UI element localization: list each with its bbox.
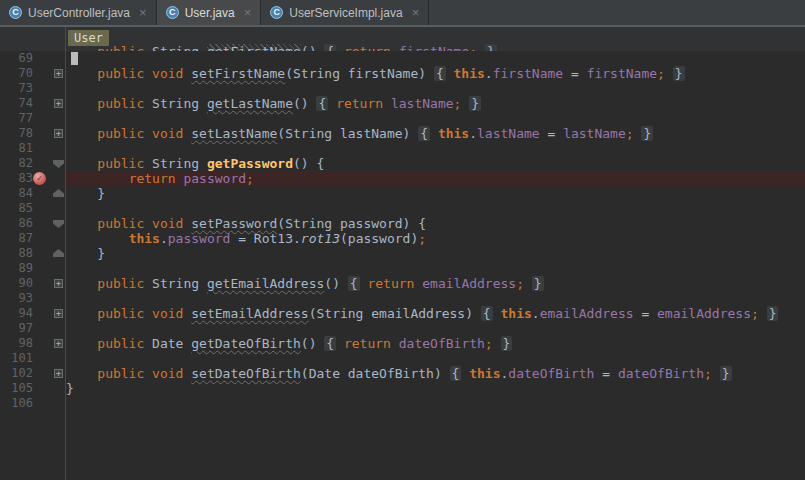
code-token: () (301, 336, 324, 351)
code-text[interactable]: public void setFirstName(String firstNam… (66, 66, 805, 81)
code-token: lastName (391, 96, 454, 111)
code-text[interactable]: public String getLastName() { return las… (66, 96, 805, 111)
breakpoint-verified-icon[interactable]: ✓ (33, 172, 46, 185)
fold-collapsed-icon[interactable]: + (54, 69, 63, 78)
code-text[interactable]: } (66, 381, 805, 396)
code-token: { (348, 276, 360, 291)
code-token (430, 126, 438, 141)
partial-code-line[interactable]: public String getFirstName() { return fi… (0, 44, 805, 51)
code-text[interactable]: public void setDateOfBirth(Date dateOfBi… (66, 366, 805, 381)
fold-collapsed-icon[interactable]: + (54, 99, 63, 108)
code-line-77: 77 (0, 111, 805, 126)
close-icon[interactable]: × (139, 6, 147, 19)
line-number: 89 (0, 261, 33, 276)
fold-collapsed-icon[interactable]: + (54, 279, 63, 288)
code-text[interactable]: public void setLastName(String lastName)… (66, 126, 805, 141)
gutter: 90+ (0, 276, 66, 291)
editor-tab-usercontroller-java[interactable]: CUserController.java× (0, 0, 157, 25)
line-number: 78 (0, 126, 33, 141)
line-number: 83 (0, 171, 33, 186)
gutter: 73 (0, 81, 66, 96)
breakpoint-slot[interactable] (33, 201, 53, 216)
fold-collapsed-icon[interactable]: + (54, 339, 63, 348)
code-text[interactable] (66, 111, 805, 126)
code-text[interactable] (66, 201, 805, 216)
fold-expanded-start-icon[interactable] (53, 220, 64, 228)
breakpoint-slot[interactable]: ✓ (33, 171, 53, 186)
breakpoint-slot[interactable] (33, 66, 53, 81)
code-token (66, 231, 129, 246)
code-token: { (481, 306, 493, 321)
breakpoint-slot[interactable] (33, 81, 53, 96)
code-token: String (144, 96, 207, 111)
close-icon[interactable]: × (244, 6, 252, 19)
code-token: firstName (493, 66, 563, 81)
editor-tab-user-java[interactable]: CUser.java× (157, 0, 262, 25)
gutter: 83✓ (0, 171, 66, 186)
fold-collapsed-icon[interactable]: + (54, 369, 63, 378)
code-text[interactable] (66, 291, 805, 306)
code-text[interactable]: return password; (66, 171, 805, 186)
breakpoint-slot[interactable] (33, 306, 53, 321)
breakpoint-slot[interactable] (33, 44, 53, 51)
line-number: 102 (0, 366, 33, 381)
code-text[interactable] (66, 351, 805, 366)
code-token: getEmailAddress (207, 276, 324, 291)
breakpoint-slot[interactable] (33, 96, 53, 111)
code-text[interactable]: public String getPassword() { (66, 156, 805, 171)
code-token (144, 306, 152, 321)
breakpoint-slot[interactable] (33, 336, 53, 351)
code-text[interactable]: public void setPassword(String password)… (66, 216, 805, 231)
code-token: = (594, 366, 617, 381)
code-token: . (160, 231, 168, 246)
breakpoint-slot[interactable] (33, 141, 53, 156)
code-text[interactable] (66, 321, 805, 336)
code-text[interactable]: public Date getDateOfBirth() { return da… (66, 336, 805, 351)
fold-expanded-end-icon[interactable] (53, 189, 64, 197)
text-caret (71, 52, 78, 65)
breakpoint-slot[interactable] (33, 321, 53, 336)
breakpoint-slot[interactable] (33, 366, 53, 381)
code-token: () (324, 276, 347, 291)
breakpoint-slot[interactable] (33, 111, 53, 126)
breakpoint-slot[interactable] (33, 351, 53, 366)
code-token (66, 216, 97, 231)
code-token: password (168, 231, 231, 246)
code-text[interactable]: } (66, 186, 805, 201)
breakpoint-slot[interactable] (33, 186, 53, 201)
editor-tab-userserviceimpl-java[interactable]: CUserServiceImpl.java× (261, 0, 429, 25)
code-token: this (501, 306, 532, 321)
fold-collapsed-icon[interactable]: + (54, 129, 63, 138)
partial-code-text[interactable]: public String getFirstName() { return fi… (66, 44, 805, 51)
fold-collapsed-icon[interactable]: + (54, 309, 63, 318)
breakpoint-slot[interactable] (33, 231, 53, 246)
code-text[interactable]: public String getEmailAddress() { return… (66, 276, 805, 291)
fold-expanded-start-icon[interactable] (53, 160, 64, 168)
breakpoint-slot[interactable] (33, 126, 53, 141)
breakpoint-slot[interactable] (33, 156, 53, 171)
breakpoint-slot[interactable] (33, 261, 53, 276)
fold-expanded-end-icon[interactable] (53, 249, 64, 257)
code-text[interactable] (66, 396, 805, 411)
close-icon[interactable]: × (412, 6, 420, 19)
code-token: String (144, 156, 207, 171)
code-text[interactable] (66, 81, 805, 96)
breakpoint-slot[interactable] (33, 51, 53, 66)
code-text[interactable]: this.password = Rot13.rot13(password); (66, 231, 805, 246)
breakpoint-slot[interactable] (33, 396, 53, 411)
breakpoint-slot[interactable] (33, 381, 53, 396)
code-text[interactable] (66, 261, 805, 276)
breakpoint-slot[interactable] (33, 291, 53, 306)
code-text[interactable]: } (66, 246, 805, 261)
breakpoint-slot[interactable] (33, 246, 53, 261)
breakpoint-slot[interactable] (33, 276, 53, 291)
breakpoint-slot[interactable] (33, 216, 53, 231)
line-number: 85 (0, 201, 33, 216)
fold-slot (53, 51, 66, 66)
editor-rows: 6970+ public void setFirstName(String fi… (0, 51, 805, 411)
code-text[interactable] (66, 141, 805, 156)
code-text[interactable] (66, 51, 805, 66)
code-token: Date (144, 336, 191, 351)
gutter: 82 (0, 156, 66, 171)
code-text[interactable]: public void setEmailAddress(String email… (66, 306, 805, 321)
